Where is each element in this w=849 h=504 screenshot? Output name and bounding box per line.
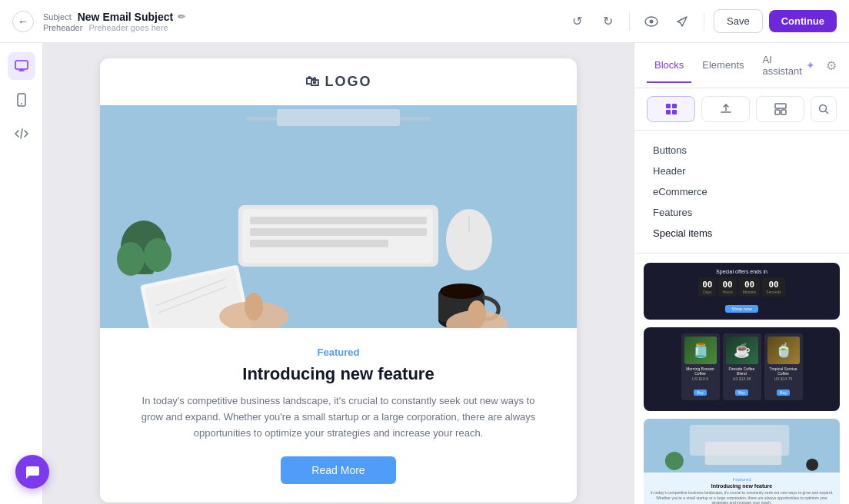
product-card-3: 🍵 Tropical Sunrise Coffee US $14.75 Buy [764, 333, 803, 400]
svg-point-41 [665, 452, 684, 470]
product-buy-button-2[interactable]: Buy [735, 390, 748, 396]
feature-image-thumb [644, 419, 840, 472]
layout-button[interactable] [756, 96, 804, 122]
subject-title: New Email Subject ✏ [78, 11, 185, 23]
back-icon: ← [18, 15, 28, 28]
chat-bubble-button[interactable] [15, 455, 49, 489]
subject-title-text: New Email Subject [78, 11, 173, 23]
logo: 🛍 LOGO [115, 74, 561, 90]
redo-button[interactable]: ↻ [595, 9, 620, 34]
svg-point-37 [820, 105, 827, 112]
svg-rect-40 [705, 442, 782, 465]
special-items-nav-item[interactable]: Special items [647, 223, 837, 244]
products-block-thumbnail[interactable]: 🫙 Morning Booster Coffee US $18.9 Buy ☕ … [644, 327, 840, 411]
svg-rect-7 [277, 109, 400, 126]
product-name-1: Morning Booster Coffee [684, 366, 717, 376]
subject-info: Subject New Email Subject ✏ Preheader Pr… [43, 11, 555, 32]
product-buy-button-3[interactable]: Buy [777, 390, 790, 396]
svg-rect-2 [15, 61, 28, 69]
svg-rect-32 [666, 110, 671, 114]
product-image-3: 🍵 [767, 337, 800, 364]
send-button[interactable] [670, 9, 694, 34]
svg-point-18 [144, 238, 171, 272]
ai-assistant-tab[interactable]: AI assistant ✦ [755, 43, 824, 88]
svg-point-17 [117, 242, 145, 276]
feature-desc-thumb: In today's competitive business landscap… [648, 490, 835, 504]
feature-block-thumbnail[interactable]: Featured Introducing new feature In toda… [644, 419, 840, 504]
svg-rect-35 [775, 110, 780, 114]
undo-button[interactable]: ↺ [564, 9, 589, 34]
product-card-2: ☕ Fireside Coffee Blend US $13.98 Buy [723, 333, 761, 400]
email-body-text: In today's competitive business landscap… [131, 393, 546, 441]
email-body: Featured Introducing new feature In toda… [100, 328, 577, 502]
right-panel: Blocks Elements AI assistant ✦ ⚙ [634, 43, 849, 504]
back-button[interactable]: ← [12, 11, 34, 32]
logo-icon: 🛍 [305, 74, 321, 90]
timer-title: Special offers ends in [650, 269, 834, 274]
email-title: Introducing new feature [131, 364, 546, 384]
svg-rect-30 [666, 104, 671, 108]
search-button[interactable] [811, 96, 837, 122]
timer-minutes: 00 Minutes [739, 277, 761, 297]
mobile-view-button[interactable] [8, 86, 35, 114]
product-name-2: Fireside Coffee Blend [726, 366, 758, 376]
blocks-tab[interactable]: Blocks [647, 48, 691, 83]
panel-navigation: Buttons Header eCommerce Features Specia… [634, 131, 849, 254]
preheader-label: Preheader [43, 23, 82, 32]
feature-title-thumb: Introducing new feature [648, 483, 835, 489]
svg-rect-10 [250, 217, 427, 224]
save-button[interactable]: Save [714, 9, 763, 33]
ecommerce-nav-item[interactable]: eCommerce [647, 181, 837, 202]
timer-thumb-inner: Special offers ends in 00 Days 00 Hours … [644, 263, 840, 320]
svg-point-4 [21, 103, 22, 104]
settings-icon[interactable]: ⚙ [826, 58, 837, 73]
timer-hours: 00 Hours [718, 277, 736, 297]
svg-rect-12 [250, 240, 388, 247]
buttons-nav-item[interactable]: Buttons [647, 140, 837, 161]
read-more-button[interactable]: Read More [281, 456, 395, 484]
topbar: ← Subject New Email Subject ✏ Preheader … [0, 0, 849, 43]
featured-label: Featured [131, 346, 546, 358]
svg-rect-36 [781, 110, 786, 114]
svg-rect-11 [250, 228, 427, 236]
topbar-divider [629, 12, 630, 31]
continue-button[interactable]: Continue [769, 10, 837, 32]
product-price-3: US $14.75 [767, 376, 800, 381]
product-card-1: 🫙 Morning Booster Coffee US $18.9 Buy [681, 333, 720, 400]
product-price-2: US $13.98 [726, 376, 758, 381]
features-nav-item[interactable]: Features [647, 202, 837, 223]
edit-subject-icon[interactable]: ✏ [178, 12, 185, 22]
timer-boxes: 00 Days 00 Hours 00 Minutes 00 [650, 277, 834, 297]
svg-point-1 [650, 19, 654, 23]
timer-seconds: 00 Seconds [762, 277, 784, 297]
ai-label: AI assistant [763, 54, 804, 77]
product-price-1: US $18.9 [684, 376, 717, 381]
hero-image [100, 105, 577, 328]
left-sidebar [0, 43, 43, 504]
svg-rect-31 [672, 104, 677, 108]
subject-label: Subject [43, 12, 72, 22]
svg-point-29 [468, 300, 486, 328]
product-image-2: ☕ [726, 337, 758, 364]
elements-tab[interactable]: Elements [694, 48, 751, 83]
grid-view-button[interactable] [647, 96, 695, 122]
product-buy-button-1[interactable]: Buy [694, 390, 707, 396]
desktop-view-button[interactable] [8, 52, 35, 80]
upload-button[interactable] [701, 96, 750, 122]
hero-background [100, 105, 577, 328]
timer-block-thumbnail[interactable]: Special offers ends in 00 Days 00 Hours … [644, 263, 840, 320]
svg-point-27 [440, 284, 483, 299]
feature-label-thumb: Featured [648, 477, 835, 482]
preview-button[interactable] [639, 9, 664, 34]
panel-tabs: Blocks Elements AI assistant ✦ ⚙ [634, 43, 849, 88]
svg-rect-34 [775, 104, 786, 108]
timer-shop-button[interactable]: Shop now [725, 305, 758, 313]
panel-content: Special offers ends in 00 Days 00 Hours … [634, 254, 849, 504]
svg-point-42 [806, 459, 818, 471]
ai-star-icon: ✦ [806, 59, 815, 71]
header-nav-item[interactable]: Header [647, 161, 837, 181]
code-view-button[interactable] [8, 120, 35, 148]
topbar-divider-2 [704, 12, 704, 31]
email-canvas: 🛍 LOGO [100, 58, 577, 502]
products-row: 🫙 Morning Booster Coffee US $18.9 Buy ☕ … [650, 333, 834, 400]
